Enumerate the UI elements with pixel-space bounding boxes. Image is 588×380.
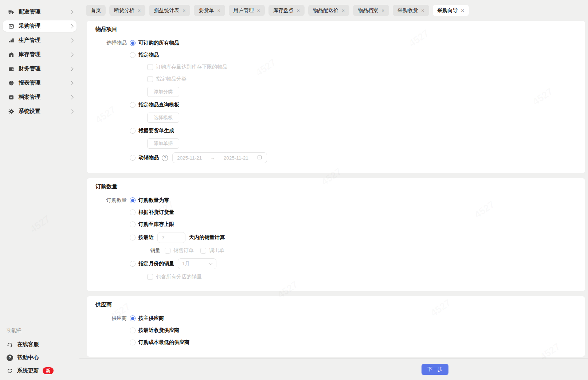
- radio-icon: [130, 328, 136, 333]
- radio-icon: [130, 209, 136, 215]
- radio-all-orderable-items[interactable]: 可订购的所有物品: [130, 40, 179, 46]
- days-suffix-label: 天内的销量计算: [189, 234, 225, 241]
- radio-item-query-template[interactable]: 指定物品查询模板: [130, 102, 179, 108]
- add-category-button[interactable]: 添加分类: [147, 87, 179, 97]
- checkbox-icon: [165, 248, 170, 254]
- form-row: 订购数量 订购数量为零: [95, 196, 576, 205]
- sidebar-item-purchase[interactable]: 采购管理: [3, 20, 77, 32]
- sidebar-item-online-support[interactable]: 在线客服: [3, 341, 77, 348]
- sidebar-item-reports[interactable]: 报表管理: [3, 77, 77, 89]
- radio-recent-days-sales[interactable]: 按最近: [130, 234, 154, 241]
- month-select-value: 1月: [182, 260, 190, 267]
- radio-icon: [130, 102, 136, 108]
- tab-home[interactable]: 首页: [86, 5, 106, 16]
- help-icon[interactable]: ?: [162, 155, 168, 161]
- section-title: 供应商: [95, 301, 576, 308]
- sidebar-item-inventory[interactable]: 库存管理: [3, 49, 77, 60]
- chevron-right-icon: [69, 95, 73, 99]
- radio-replenishment-quantity[interactable]: 根据补货订货量: [130, 209, 174, 216]
- sales-label: 销量: [150, 247, 160, 254]
- select-template-button[interactable]: 选择模板: [147, 113, 179, 123]
- close-icon[interactable]: ×: [138, 8, 141, 13]
- days-input[interactable]: [157, 232, 185, 243]
- sidebar-item-settings[interactable]: 系统设置: [3, 106, 77, 117]
- sidebar-item-production[interactable]: 生产管理: [3, 35, 77, 46]
- refresh-icon: [7, 368, 13, 374]
- tab-stocktake[interactable]: 库存盘点 ×: [268, 5, 305, 16]
- sidebar-item-system-update[interactable]: 系统更新 新: [3, 367, 77, 374]
- field-label: 选择物品: [95, 40, 127, 46]
- checkbox-transfer-out[interactable]: 调出单: [200, 247, 224, 254]
- radio-specified-items[interactable]: 指定物品: [130, 52, 159, 58]
- close-icon[interactable]: ×: [421, 8, 424, 13]
- close-icon[interactable]: ×: [257, 8, 260, 13]
- tab-item-archive[interactable]: 物品档案 ×: [353, 5, 389, 16]
- finance-wallet-icon: [8, 66, 15, 72]
- tab-profit-loss-report[interactable]: 损益统计表 ×: [149, 5, 190, 16]
- sidebar-item-label: 库存管理: [19, 51, 40, 58]
- form-row: 指定月份的销量 1月: [95, 258, 576, 269]
- radio-primary-supplier[interactable]: 按主供应商: [130, 315, 164, 322]
- chevron-right-icon: [69, 109, 73, 113]
- chevron-right-icon: [69, 52, 73, 56]
- add-document-button[interactable]: 添加单据: [147, 138, 179, 149]
- radio-icon: [130, 52, 136, 58]
- month-select[interactable]: 1月: [178, 258, 216, 269]
- close-icon[interactable]: ×: [183, 8, 185, 13]
- sidebar-item-archives[interactable]: 档案管理: [3, 91, 77, 103]
- sidebar-footer-label: 系统更新: [17, 367, 39, 374]
- form-row: 订购库存量达到库存下限的物品: [147, 63, 576, 71]
- tab-stockout-analysis[interactable]: 断货分析 ×: [109, 5, 145, 16]
- calendar-icon: [257, 154, 262, 161]
- tab-item-delivery-price[interactable]: 物品配送价 ×: [308, 5, 349, 16]
- sidebar-menu: 配送管理 采购管理 生产管理 库存: [0, 0, 79, 117]
- next-step-button[interactable]: 下一步: [422, 364, 448, 375]
- tab-purchase-wizard[interactable]: 采购向导 ×: [433, 5, 469, 16]
- close-icon[interactable]: ×: [461, 8, 464, 13]
- sidebar-item-help-center[interactable]: ? 帮助中心: [3, 354, 77, 361]
- form-row: 销量 销售订单 调出单: [150, 246, 576, 255]
- form-row: 订购成本最低的供应商: [95, 338, 576, 347]
- close-icon[interactable]: ×: [342, 8, 345, 13]
- close-icon[interactable]: ×: [217, 8, 220, 13]
- radio-quantity-zero[interactable]: 订购数量为零: [130, 197, 169, 204]
- sidebar-item-finance[interactable]: 财务管理: [3, 63, 77, 74]
- tab-bar: 首页 断货分析 × 损益统计表 × 要货单 × 用户管理 × 库存盘点 ×: [79, 0, 588, 21]
- form-row: 指定物品分类: [147, 75, 576, 83]
- form-row: 指定物品: [95, 51, 576, 59]
- radio-active-sales-items[interactable]: 动销物品 ?: [130, 154, 168, 161]
- chevron-right-icon: [69, 10, 73, 14]
- checkbox-icon: [147, 76, 153, 82]
- radio-month-sales[interactable]: 指定月份的销量: [130, 260, 174, 267]
- radio-icon: [130, 128, 136, 134]
- section-item-scope: 物品项目 选择物品 可订购的所有物品 指定物品: [87, 21, 585, 173]
- sidebar-item-label: 采购管理: [19, 23, 40, 30]
- sidebar-item-delivery[interactable]: 配送管理: [3, 6, 77, 17]
- form-row: 订购至库存上限: [95, 220, 576, 229]
- archive-box-icon: [8, 94, 15, 101]
- radio-generate-from-requisition[interactable]: 根据要货单生成: [130, 128, 174, 134]
- checkbox-sales-order[interactable]: 销售订单: [165, 247, 194, 254]
- tab-purchase-receiving[interactable]: 采购收货 ×: [393, 5, 429, 16]
- chevron-down-icon: [208, 261, 212, 265]
- tab-user-management[interactable]: 用户管理 ×: [229, 5, 265, 16]
- sidebar-item-label: 配送管理: [19, 8, 40, 15]
- checkbox-specified-category[interactable]: 指定物品分类: [147, 76, 187, 82]
- close-icon[interactable]: ×: [381, 8, 384, 13]
- radio-latest-receiving-supplier[interactable]: 按最近收货供应商: [130, 327, 179, 334]
- sidebar-item-label: 档案管理: [19, 94, 40, 101]
- checkbox-low-stock-items[interactable]: 订购库存量达到库存下限的物品: [147, 64, 227, 70]
- date-range-picker[interactable]: 2025-11-21 → 2025-11-21: [172, 152, 267, 163]
- settings-gear-icon: [8, 108, 15, 115]
- checkbox-include-all-branches[interactable]: 包含所有分店的销量: [147, 274, 202, 280]
- form-row: 按最近收货供应商: [95, 326, 576, 335]
- arrow-right-icon: →: [210, 155, 215, 161]
- close-icon[interactable]: ×: [297, 8, 300, 13]
- sidebar-footer-title: 功能栏: [3, 327, 77, 334]
- radio-icon: [130, 340, 136, 345]
- form-row: 根据要货单生成: [95, 126, 576, 135]
- tab-requisition[interactable]: 要货单 ×: [194, 5, 225, 16]
- radio-order-to-stock-upper-limit[interactable]: 订购至库存上限: [130, 221, 174, 228]
- radio-icon: [130, 222, 136, 227]
- radio-lowest-cost-supplier[interactable]: 订购成本最低的供应商: [130, 339, 189, 346]
